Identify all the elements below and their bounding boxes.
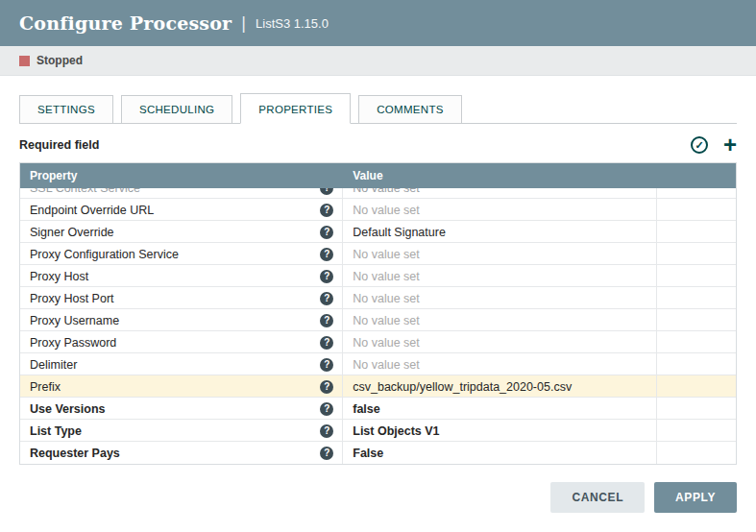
property-value[interactable]: No value set — [342, 353, 657, 375]
property-value[interactable]: No value set — [342, 199, 657, 221]
property-cell: SSL Context Service? — [20, 188, 342, 199]
row-spacer — [657, 353, 736, 375]
help-icon[interactable]: ? — [320, 270, 333, 283]
property-name: Requester Pays — [30, 447, 120, 460]
property-value[interactable]: False — [342, 442, 657, 464]
property-name: Prefix — [30, 380, 61, 394]
property-value[interactable]: csv_backup/yellow_tripdata_2020-05.csv — [342, 375, 657, 398]
help-icon[interactable]: ? — [320, 204, 333, 217]
row-spacer — [657, 331, 736, 353]
column-header-property: Property — [20, 163, 342, 188]
property-value[interactable]: No value set — [342, 265, 657, 287]
property-value[interactable]: false — [342, 398, 657, 420]
property-row[interactable]: Proxy Username?No value set — [20, 309, 736, 331]
property-row[interactable]: Proxy Host Port?No value set — [20, 287, 736, 309]
column-header-value: Value — [342, 163, 657, 188]
row-spacer — [657, 188, 736, 199]
property-name: Delimiter — [30, 358, 77, 372]
help-icon[interactable]: ? — [320, 402, 333, 416]
help-icon[interactable]: ? — [320, 358, 333, 372]
verify-properties-icon[interactable]: ✓ — [691, 136, 708, 154]
property-row[interactable]: SSL Context Service?No value set — [20, 188, 736, 199]
row-spacer — [657, 375, 736, 398]
row-spacer — [657, 398, 736, 420]
property-row[interactable]: Requester Pays?False — [20, 442, 736, 464]
help-icon[interactable]: ? — [320, 188, 333, 195]
property-row[interactable]: Use Versions?false — [20, 398, 736, 420]
property-name: Proxy Host — [30, 270, 88, 283]
property-value[interactable]: Default Signature — [342, 221, 657, 243]
table-header: Property Value — [20, 163, 736, 188]
toolbar-actions: ✓ + — [691, 136, 737, 154]
properties-table: Property Value SSL Context Service?No va… — [19, 162, 737, 465]
tab-comments[interactable]: COMMENTS — [358, 95, 461, 124]
tab-properties[interactable]: PROPERTIES — [240, 93, 351, 124]
property-cell: Proxy Configuration Service? — [20, 243, 342, 265]
dialog-footer: CANCEL APPLY — [19, 482, 737, 513]
property-cell: Endpoint Override URL? — [20, 199, 342, 221]
dialog-title: Configure Processor — [19, 12, 232, 34]
properties-toolbar: Required field ✓ + — [19, 136, 737, 154]
tab-scheduling[interactable]: SCHEDULING — [121, 95, 232, 124]
property-row[interactable]: Signer Override?Default Signature — [20, 221, 736, 243]
property-cell: Proxy Host Port? — [20, 287, 342, 309]
property-row[interactable]: List Type?List Objects V1 — [20, 420, 736, 442]
row-spacer — [657, 442, 736, 464]
help-icon[interactable]: ? — [320, 380, 333, 394]
status-bar: Stopped — [0, 46, 756, 76]
tab-settings[interactable]: SETTINGS — [19, 95, 113, 124]
property-cell: Proxy Username? — [20, 309, 342, 331]
help-icon[interactable]: ? — [320, 314, 333, 327]
property-cell: Proxy Password? — [20, 331, 342, 353]
property-row[interactable]: Endpoint Override URL?No value set — [20, 199, 736, 221]
property-column-label: Property — [30, 169, 77, 182]
property-value[interactable]: No value set — [342, 309, 657, 331]
property-name: Proxy Password — [30, 336, 116, 350]
property-row[interactable]: Prefix?csv_backup/yellow_tripdata_2020-0… — [20, 375, 736, 398]
help-icon[interactable]: ? — [320, 447, 333, 460]
dialog-header: Configure Processor | ListS3 1.15.0 — [0, 0, 756, 46]
row-spacer — [657, 199, 736, 221]
property-cell: Use Versions? — [20, 398, 342, 420]
property-cell: List Type? — [20, 420, 342, 442]
help-icon[interactable]: ? — [320, 292, 333, 305]
property-cell: Requester Pays? — [20, 442, 342, 464]
property-name: SSL Context Service — [30, 188, 140, 195]
help-icon[interactable]: ? — [320, 226, 333, 239]
property-name: Proxy Configuration Service — [30, 248, 179, 261]
value-column-label: Value — [353, 169, 382, 182]
property-row[interactable]: Delimiter?No value set — [20, 353, 736, 375]
property-value[interactable]: No value set — [342, 243, 657, 265]
help-icon[interactable]: ? — [320, 336, 333, 350]
row-spacer — [657, 243, 736, 265]
property-name: Proxy Host Port — [30, 292, 114, 305]
property-row[interactable]: Proxy Host?No value set — [20, 265, 736, 287]
property-cell: Delimiter? — [20, 353, 342, 375]
property-name: Endpoint Override URL — [30, 204, 154, 217]
property-value[interactable]: No value set — [342, 331, 657, 353]
required-field-label: Required field — [19, 138, 99, 152]
row-spacer — [657, 309, 736, 331]
property-value[interactable]: No value set — [342, 287, 657, 309]
table-body: SSL Context Service?No value setEndpoint… — [20, 188, 736, 464]
property-cell: Prefix? — [20, 375, 342, 398]
property-value[interactable]: List Objects V1 — [342, 420, 657, 442]
title-separator: | — [241, 13, 246, 34]
property-cell: Proxy Host? — [20, 265, 342, 287]
row-spacer — [657, 420, 736, 442]
apply-button[interactable]: APPLY — [654, 482, 737, 513]
cancel-button[interactable]: CANCEL — [550, 482, 645, 513]
help-icon[interactable]: ? — [320, 424, 333, 438]
property-name: Signer Override — [30, 226, 114, 239]
property-row[interactable]: Proxy Configuration Service?No value set — [20, 243, 736, 265]
row-spacer — [657, 265, 736, 287]
property-row[interactable]: Proxy Password?No value set — [20, 331, 736, 353]
property-value[interactable]: No value set — [342, 188, 657, 199]
help-icon[interactable]: ? — [320, 248, 333, 261]
configure-processor-dialog: Configure Processor | ListS3 1.15.0 Stop… — [0, 0, 756, 532]
row-spacer — [657, 221, 736, 243]
property-name: Proxy Username — [30, 314, 119, 327]
status-label: Stopped — [37, 54, 83, 67]
add-property-icon[interactable]: + — [723, 136, 737, 154]
row-spacer — [657, 287, 736, 309]
